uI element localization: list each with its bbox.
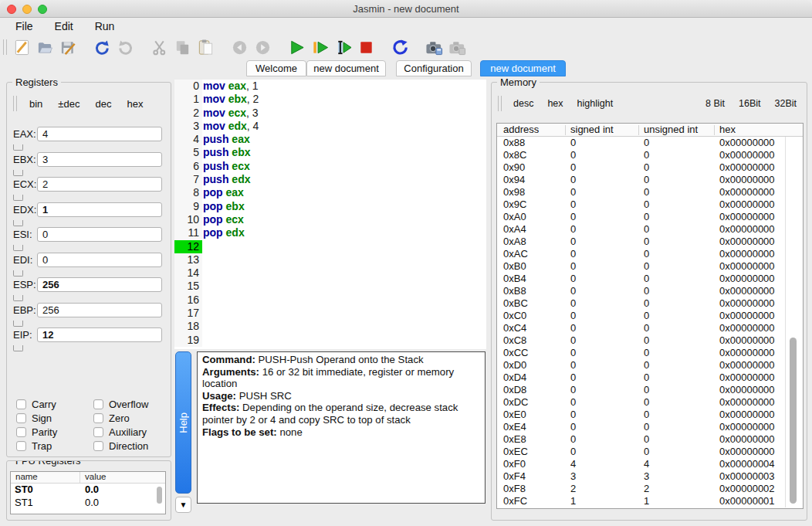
register-expand-button[interactable] bbox=[13, 220, 23, 226]
register-expand-button[interactable] bbox=[13, 170, 23, 176]
register-value-field[interactable]: 3 bbox=[37, 152, 162, 167]
flag-checkbox[interactable] bbox=[93, 441, 103, 451]
cut-icon[interactable] bbox=[149, 37, 169, 57]
memory-col-hex[interactable]: hex bbox=[719, 124, 736, 135]
reset-icon[interactable] bbox=[390, 37, 410, 57]
memory-row[interactable]: 0x90000x00000000 bbox=[497, 161, 785, 174]
register-expand-button[interactable] bbox=[13, 321, 23, 327]
memory-row[interactable]: 0xFC110x00000001 bbox=[497, 495, 785, 507]
registers-mode-button-pmdec[interactable]: ±dec bbox=[50, 98, 87, 110]
memory-row[interactable]: 0xD8000x00000000 bbox=[497, 384, 785, 396]
toolbar-handle[interactable] bbox=[3, 39, 7, 55]
memory-col-address[interactable]: address bbox=[503, 124, 539, 135]
menu-file[interactable]: File bbox=[5, 19, 44, 35]
redo-icon[interactable] bbox=[115, 37, 135, 57]
flag-checkbox[interactable] bbox=[16, 441, 26, 451]
code-line[interactable]: 19 bbox=[174, 334, 486, 347]
flag-checkbox[interactable] bbox=[16, 413, 26, 423]
memory-row[interactable]: 0xE8000x00000000 bbox=[497, 433, 785, 446]
tab-new-document[interactable]: new document bbox=[306, 60, 386, 76]
code-line[interactable]: 18 bbox=[174, 320, 486, 333]
undo-icon[interactable] bbox=[92, 37, 112, 57]
help-sidebar-tab[interactable]: Help bbox=[175, 351, 191, 494]
memory-row[interactable]: 0x9C000x00000000 bbox=[497, 199, 785, 211]
registers-mode-button-dec[interactable]: dec bbox=[87, 98, 119, 110]
registers-mode-button-bin[interactable]: bin bbox=[22, 98, 50, 110]
register-value-field[interactable]: 256 bbox=[37, 277, 162, 292]
copy-icon[interactable] bbox=[172, 37, 192, 57]
code-line[interactable]: 11pop edx bbox=[174, 226, 486, 239]
register-expand-button[interactable] bbox=[13, 270, 23, 277]
register-value-field[interactable]: 12 bbox=[37, 327, 162, 342]
registers-toolbar-handle[interactable] bbox=[13, 96, 17, 111]
memory-row[interactable]: 0x88000x00000000 bbox=[497, 137, 785, 149]
snapshot-load-icon[interactable] bbox=[447, 37, 467, 57]
code-line[interactable]: 15 bbox=[174, 280, 486, 293]
memory-row[interactable]: 0xA4000x00000000 bbox=[497, 223, 785, 236]
register-expand-button[interactable] bbox=[13, 195, 23, 201]
step-icon[interactable] bbox=[333, 37, 353, 57]
flag-checkbox[interactable] bbox=[93, 427, 103, 437]
open-file-icon[interactable] bbox=[35, 37, 55, 57]
code-line[interactable]: 6push ecx bbox=[174, 160, 486, 173]
memory-row[interactable]: 0xE4000x00000000 bbox=[497, 421, 785, 433]
memory-row[interactable]: 0xC0000x00000000 bbox=[497, 310, 785, 322]
fpu-register-row[interactable]: ST00.0 bbox=[11, 484, 165, 497]
fpu-scrollbar-thumb[interactable] bbox=[157, 487, 162, 504]
memory-row[interactable]: 0xA0000x00000000 bbox=[497, 211, 785, 223]
save-file-icon[interactable] bbox=[58, 37, 78, 57]
code-line[interactable]: 4push eax bbox=[174, 133, 486, 146]
memory-col-signed-int[interactable]: signed int bbox=[570, 124, 614, 135]
memory-col-unsigned-int[interactable]: unsigned int bbox=[644, 124, 698, 135]
back-icon[interactable] bbox=[229, 37, 249, 57]
code-line[interactable]: 9pop ebx bbox=[174, 200, 486, 213]
register-expand-button[interactable] bbox=[13, 295, 23, 301]
flag-checkbox[interactable] bbox=[16, 399, 26, 409]
code-line[interactable]: 3mov edx, 4 bbox=[174, 120, 486, 133]
memory-row[interactable]: 0xA8000x00000000 bbox=[497, 236, 785, 248]
memory-view-button-desc[interactable]: desc bbox=[506, 98, 540, 109]
run-icon[interactable] bbox=[286, 37, 306, 57]
memory-width-button-32bit[interactable]: 32Bit bbox=[768, 98, 804, 109]
flag-checkbox[interactable] bbox=[16, 427, 26, 437]
memory-row[interactable]: 0xAC000x00000000 bbox=[497, 248, 785, 260]
memory-width-button-8bit[interactable]: 8 Bit bbox=[699, 98, 732, 109]
memory-row[interactable]: 0x8C000x00000000 bbox=[497, 149, 785, 161]
register-expand-button[interactable] bbox=[13, 144, 23, 151]
memory-row[interactable]: 0xD0000x00000000 bbox=[497, 359, 785, 372]
tab-configuration[interactable]: Configuration bbox=[396, 60, 472, 76]
code-line[interactable]: 8pop eax bbox=[174, 186, 486, 199]
memory-row[interactable]: 0xCC000x00000000 bbox=[497, 347, 785, 359]
help-collapse-button[interactable]: ▼ bbox=[175, 497, 191, 513]
register-value-field[interactable]: 2 bbox=[37, 177, 162, 192]
memory-row[interactable]: 0x98000x00000000 bbox=[497, 186, 785, 199]
code-line[interactable]: 2mov ecx, 3 bbox=[174, 107, 486, 120]
memory-row[interactable]: 0xDC000x00000000 bbox=[497, 396, 785, 409]
memory-view-button-hex[interactable]: hex bbox=[540, 98, 570, 109]
register-expand-button[interactable] bbox=[13, 245, 23, 251]
memory-row[interactable]: 0xF4330x00000003 bbox=[497, 470, 785, 483]
memory-row[interactable]: 0xEC000x00000000 bbox=[497, 446, 785, 458]
flag-checkbox[interactable] bbox=[93, 413, 103, 423]
memory-row[interactable]: 0xF0440x00000004 bbox=[497, 458, 785, 470]
memory-row[interactable]: 0xF8220x00000002 bbox=[497, 483, 785, 495]
menu-run[interactable]: Run bbox=[84, 19, 126, 35]
register-value-field[interactable]: 4 bbox=[37, 127, 162, 141]
code-line[interactable]: 7push edx bbox=[174, 173, 486, 186]
registers-mode-button-hex[interactable]: hex bbox=[119, 98, 151, 110]
memory-width-button-16bit[interactable]: 16Bit bbox=[732, 98, 768, 109]
code-line[interactable]: 10pop ecx bbox=[174, 213, 486, 226]
menu-edit[interactable]: Edit bbox=[44, 19, 84, 35]
memory-row[interactable]: 0xC8000x00000000 bbox=[497, 334, 785, 347]
flag-checkbox[interactable] bbox=[93, 399, 103, 409]
snapshot-save-icon[interactable] bbox=[424, 37, 444, 57]
memory-row[interactable]: 0xB0000x00000000 bbox=[497, 260, 785, 273]
tab-welcome[interactable]: Welcome bbox=[246, 60, 306, 76]
code-line[interactable]: 17 bbox=[174, 307, 486, 320]
memory-row[interactable]: 0x94000x00000000 bbox=[497, 174, 785, 186]
code-line[interactable]: 5push ebx bbox=[174, 146, 486, 159]
memory-row[interactable]: 0xB4000x00000000 bbox=[497, 273, 785, 285]
register-value-field[interactable]: 0 bbox=[37, 253, 162, 267]
memory-scrollbar-thumb[interactable] bbox=[790, 338, 797, 504]
new-file-icon[interactable] bbox=[12, 37, 32, 57]
